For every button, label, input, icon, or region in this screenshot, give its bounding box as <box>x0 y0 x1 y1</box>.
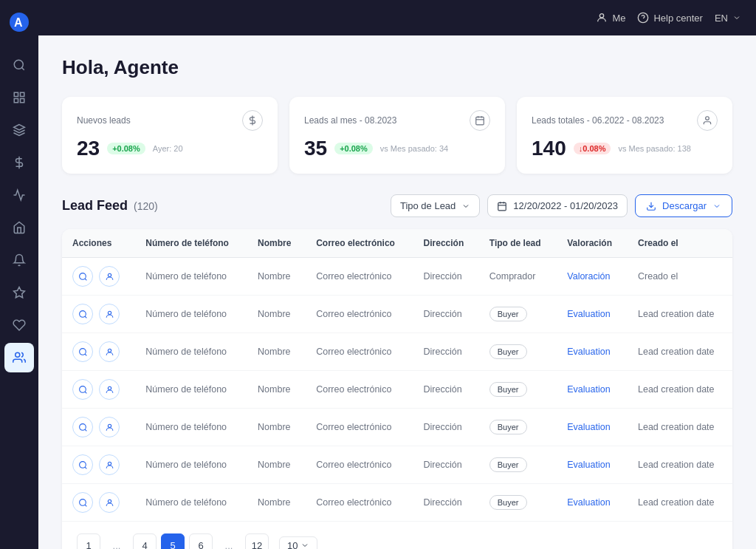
sidebar-item-analytics[interactable] <box>4 180 34 210</box>
valuation-link-3[interactable]: Evaluation <box>567 384 610 395</box>
language-selector[interactable]: EN <box>715 13 741 24</box>
svg-point-40 <box>108 424 111 427</box>
help-link[interactable]: Help center <box>637 12 702 24</box>
svg-line-36 <box>85 392 86 393</box>
tipo-badge-4: Buyer <box>489 420 527 434</box>
date-range-filter[interactable]: 12/20/2022 - 01/20/2023 <box>487 194 628 217</box>
sidebar-item-finance[interactable] <box>4 148 34 177</box>
per-page-selector[interactable]: 10 <box>279 536 317 550</box>
feed-title-container: Lead Feed (120) <box>62 198 158 214</box>
stat-sub-2: vs Mes pasado: 138 <box>618 144 690 153</box>
svg-rect-21 <box>498 202 506 211</box>
svg-point-41 <box>79 461 86 468</box>
cell-type-4: Buyer <box>479 409 557 446</box>
page-btn-5[interactable]: 5 <box>161 533 185 549</box>
cell-phone-2: Número de teléfono <box>135 333 247 371</box>
view-lead-0[interactable] <box>99 266 120 287</box>
cell-email-6: Correo electrónico <box>306 484 413 522</box>
stat-badge-0: +0.08% <box>107 143 145 154</box>
feed-count: (120) <box>134 200 158 212</box>
stat-label-2: Leads totales - 06.2022 - 08.2023 <box>532 115 664 126</box>
svg-line-42 <box>85 467 86 468</box>
cell-name-1: Nombre <box>247 296 306 333</box>
view-lead-3[interactable] <box>99 379 120 400</box>
cell-email-2: Correo electrónico <box>306 333 413 371</box>
cell-valuation-5[interactable]: Evaluation <box>557 446 628 484</box>
page-btn-12[interactable]: 12 <box>245 533 269 549</box>
search-lead-5[interactable] <box>72 454 93 475</box>
view-lead-6[interactable] <box>99 492 120 513</box>
cell-name-3: Nombre <box>247 371 306 409</box>
download-label: Descargar <box>662 200 707 211</box>
valuation-link-2[interactable]: Evaluation <box>567 347 610 357</box>
stat-label-0: Nuevos leads <box>77 115 131 126</box>
sidebar-item-home[interactable] <box>4 213 34 242</box>
cell-valuation-1[interactable]: Evaluation <box>557 296 628 333</box>
table-row: Número de teléfonoNombreCorreo electróni… <box>62 296 732 333</box>
sidebar-item-layers[interactable] <box>4 115 34 145</box>
cell-address-2: Dirección <box>413 333 479 371</box>
cell-valuation-0: Valoración <box>557 258 628 296</box>
stat-card-nuevos-leads: Nuevos leads 23 +0.08% Ayer: 20 <box>62 97 278 174</box>
svg-line-39 <box>85 429 86 431</box>
view-lead-1[interactable] <box>99 304 120 324</box>
search-lead-4[interactable] <box>72 417 93 437</box>
tipo-lead-label: Tipo de Lead <box>400 200 456 211</box>
valuation-link-4[interactable]: Evaluation <box>567 422 610 432</box>
valuation-link-5[interactable]: Evaluation <box>567 460 610 470</box>
search-lead-2[interactable] <box>72 341 93 362</box>
cell-valuation-2[interactable]: Evaluation <box>557 333 628 371</box>
download-button[interactable]: Descargar <box>635 194 732 217</box>
page-btn-1[interactable]: 1 <box>77 533 100 549</box>
sidebar-item-search[interactable] <box>4 50 34 80</box>
cell-valuation-3[interactable]: Evaluation <box>557 371 628 409</box>
view-lead-5[interactable] <box>99 454 120 475</box>
svg-text:A: A <box>14 16 23 29</box>
page-btn-6[interactable]: 6 <box>189 533 213 549</box>
svg-marker-8 <box>14 125 25 131</box>
svg-line-45 <box>85 505 86 506</box>
table-row: Número de teléfonoNombreCorreo electróni… <box>62 446 732 484</box>
cell-valuation-4[interactable]: Evaluation <box>557 409 628 446</box>
cell-email-1: Correo electrónico <box>306 296 413 333</box>
topbar: Me Help center EN <box>38 0 756 35</box>
valuation-link-0[interactable]: Valoración <box>567 271 610 282</box>
search-lead-0[interactable] <box>72 266 93 287</box>
tipo-badge-1: Buyer <box>489 307 527 321</box>
cell-valuation-6[interactable]: Evaluation <box>557 484 628 522</box>
cell-actions-1 <box>62 296 135 333</box>
search-lead-1[interactable] <box>72 304 93 324</box>
cell-actions-6 <box>62 484 135 522</box>
sidebar-item-leads[interactable] <box>4 343 34 372</box>
svg-point-32 <box>79 348 86 355</box>
page-btn-4[interactable]: 4 <box>133 533 157 549</box>
tipo-badge-6: Buyer <box>489 495 527 510</box>
sidebar-item-notifications[interactable] <box>4 245 34 275</box>
view-lead-2[interactable] <box>99 341 120 362</box>
action-icons-5 <box>72 454 125 475</box>
user-menu[interactable]: Me <box>596 12 625 24</box>
valuation-link-6[interactable]: Evaluation <box>567 497 610 508</box>
feed-controls: Tipo de Lead 12/20/2022 - 01/20/2023 Des… <box>391 194 732 217</box>
table-row: Número de teléfonoNombreCorreo electróni… <box>62 409 732 446</box>
sidebar-item-favorites[interactable] <box>4 278 34 307</box>
app-logo: A <box>6 9 32 35</box>
cell-address-4: Dirección <box>413 409 479 446</box>
sidebar-item-dashboard[interactable] <box>4 83 34 112</box>
search-lead-3[interactable] <box>72 379 93 400</box>
svg-point-12 <box>600 14 604 18</box>
action-icons-1 <box>72 304 125 324</box>
table-row: Número de teléfonoNombreCorreo electróni… <box>62 484 732 522</box>
svg-point-28 <box>108 273 111 276</box>
pagination: 1 ... 4 5 6 ... 12 10 <box>62 521 732 549</box>
cell-type-1: Buyer <box>479 296 557 333</box>
tipo-badge-3: Buyer <box>489 382 527 397</box>
leads-table-container: Acciones Número de teléfono Nombre Corre… <box>62 229 732 549</box>
date-range-label: 12/20/2022 - 01/20/2023 <box>513 200 618 211</box>
sidebar-item-deals[interactable] <box>4 310 34 340</box>
valuation-link-1[interactable]: Evaluation <box>567 309 610 319</box>
search-lead-6[interactable] <box>72 492 93 513</box>
cell-name-0: Nombre <box>247 258 306 296</box>
tipo-lead-filter[interactable]: Tipo de Lead <box>391 194 480 217</box>
view-lead-4[interactable] <box>99 417 120 437</box>
